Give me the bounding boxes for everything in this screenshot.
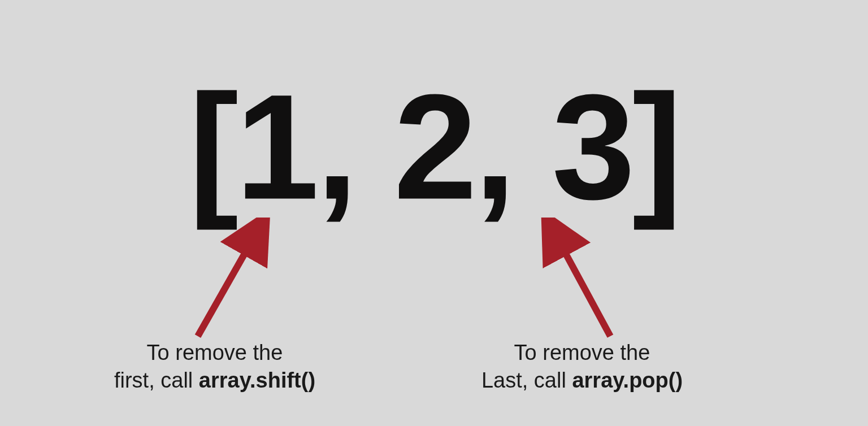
shift-annotation: To remove the first, call array.shift() [57, 339, 373, 395]
shift-annotation-line1: To remove the [147, 341, 283, 364]
svg-line-1 [198, 232, 257, 336]
arrow-left [181, 218, 283, 342]
svg-line-3 [554, 232, 610, 336]
array-literal: [1, 2, 3] [189, 61, 679, 233]
pop-annotation: To remove the Last, call array.pop() [424, 339, 740, 395]
shift-annotation-line2-prefix: first, call [114, 368, 199, 392]
shift-annotation-code: array.shift() [199, 368, 315, 392]
pop-annotation-line1: To remove the [514, 341, 650, 364]
pop-annotation-code: array.pop() [572, 368, 683, 392]
arrow-right [537, 218, 627, 342]
pop-annotation-line2-prefix: Last, call [481, 368, 572, 392]
